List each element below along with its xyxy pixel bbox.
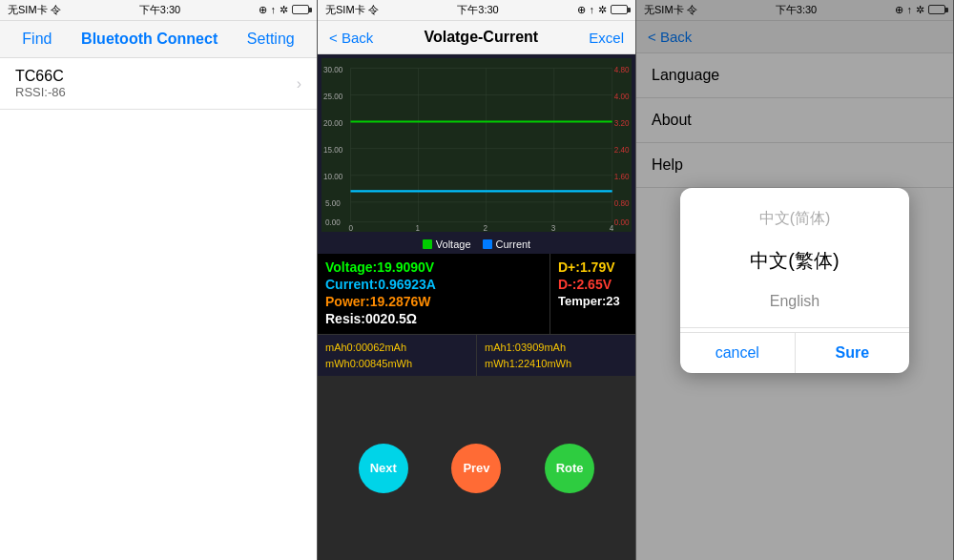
mah1-label: mAh1:03909mAh (485, 340, 628, 356)
svg-text:20.00: 20.00 (323, 119, 343, 128)
battery-icon-2 (611, 5, 628, 16)
status-left-2: 无SIM卡 令 (325, 3, 379, 17)
metric-current: Current:0.96923A (325, 277, 542, 292)
dialog-options: 中文(简体) 中文(繁体) English (680, 188, 909, 323)
device-rssi: RSSI:-86 (15, 85, 66, 99)
status-bar-1: 无SIM卡 令 下午3:30 ⊕ ↑ ✲ (0, 0, 317, 21)
svg-text:4.80: 4.80 (614, 65, 630, 73)
status-right-2: ⊕ ↑ ✲ (577, 4, 628, 16)
voltage-current-chart: 30.00 25.00 20.00 15.00 10.00 5.00 0.00 … (321, 58, 632, 232)
dialog-option-simplified[interactable]: 中文(简体) (680, 199, 909, 239)
metric-dplus: D+:1.79V (558, 259, 628, 275)
svg-text:4.00: 4.00 (614, 93, 630, 101)
panel2-title: Volatge-Current (424, 29, 538, 46)
nav-bluetooth-connect[interactable]: Bluetooth Connect (81, 31, 218, 48)
dialog-option-traditional[interactable]: 中文(繁体) (680, 239, 909, 283)
svg-text:15.00: 15.00 (323, 146, 343, 155)
metrics-right: D+:1.79V D-:2.65V Temper:23 (550, 254, 635, 334)
svg-text:3: 3 (551, 224, 556, 232)
panel-voltage-current: 无SIM卡 令 下午3:30 ⊕ ↑ ✲ < Back Volatge-Curr… (318, 0, 636, 560)
panel1-nav: Find Bluetooth Connect Setting (0, 21, 317, 58)
mwh1-label: mWh1:22410mWh (485, 356, 628, 372)
svg-text:30.00: 30.00 (323, 65, 343, 73)
bluetooth-icon-1: ✲ (280, 4, 288, 16)
battery-icon-1 (292, 5, 309, 16)
svg-rect-0 (321, 58, 632, 232)
nav-setting[interactable]: Setting (247, 31, 295, 48)
dialog-option-english[interactable]: English (680, 283, 909, 320)
language-dialog: 中文(简体) 中文(繁体) English cancel Sure (680, 188, 909, 373)
legend-voltage: Voltage (423, 239, 471, 250)
next-button[interactable]: Next (359, 444, 408, 493)
metric-dminus: D-:2.65V (558, 277, 628, 292)
chart-area: 30.00 25.00 20.00 15.00 10.00 5.00 0.00 … (318, 54, 635, 236)
svg-text:10.00: 10.00 (323, 173, 343, 181)
device-info: TC66C RSSI:-86 (15, 68, 66, 99)
dialog-cancel-button[interactable]: cancel (680, 333, 795, 373)
svg-text:2.40: 2.40 (614, 146, 630, 155)
panel2-nav: < Back Volatge-Current Excel (318, 21, 635, 54)
mah-cell-0: mAh0:00062mAh mWh0:00845mWh (318, 335, 477, 376)
svg-text:4: 4 (610, 224, 614, 232)
status-center-1: 下午3:30 (139, 3, 180, 17)
mah-cell-1: mAh1:03909mAh mWh1:22410mWh (477, 335, 635, 376)
metric-power: Power:19.2876W (325, 294, 542, 309)
device-row[interactable]: TC66C RSSI:-86 › (0, 58, 317, 110)
svg-text:0: 0 (348, 224, 353, 232)
status-right-1: ⊕ ↑ ✲ (259, 4, 309, 16)
dialog-buttons: cancel Sure (680, 332, 909, 373)
status-bar-2: 无SIM卡 令 下午3:30 ⊕ ↑ ✲ (318, 0, 635, 21)
back-button-2[interactable]: < Back (329, 30, 373, 46)
panel-settings: 无SIM卡 令 下午3:30 ⊕ ↑ ✲ < Back Language Abo… (636, 0, 954, 560)
dialog-sure-button[interactable]: Sure (795, 333, 910, 373)
svg-text:5.00: 5.00 (325, 199, 341, 208)
svg-text:0.00: 0.00 (614, 218, 630, 227)
metrics-left: Voltage:19.9090V Current:0.96923A Power:… (318, 254, 550, 334)
chart-legend: Voltage Current (318, 236, 635, 254)
svg-text:25.00: 25.00 (323, 93, 343, 101)
svg-text:2: 2 (484, 224, 488, 232)
nav-find[interactable]: Find (22, 31, 52, 48)
dialog-divider (680, 327, 909, 328)
panel-find: 无SIM卡 令 下午3:30 ⊕ ↑ ✲ Find Bluetooth Conn… (0, 0, 318, 560)
metrics-grid: Voltage:19.9090V Current:0.96923A Power:… (318, 254, 635, 334)
device-name: TC66C (15, 68, 66, 85)
device-list: TC66C RSSI:-86 › (0, 58, 317, 560)
svg-text:0.00: 0.00 (325, 218, 341, 227)
svg-text:3.20: 3.20 (614, 119, 630, 128)
current-legend-dot (483, 239, 492, 249)
svg-text:1: 1 (416, 224, 421, 232)
excel-button[interactable]: Excel (589, 30, 624, 46)
metric-voltage: Voltage:19.9090V (325, 259, 542, 275)
bluetooth-icon-2: ✲ (598, 4, 607, 16)
mah-grid: mAh0:00062mAh mWh0:00845mWh mAh1:03909mA… (318, 334, 635, 376)
rote-button[interactable]: Rote (545, 444, 594, 493)
metric-resis: Resis:0020.5Ω (325, 311, 542, 326)
legend-current: Current (483, 239, 531, 250)
voltage-legend-dot (423, 239, 432, 249)
dialog-overlay: 中文(简体) 中文(繁体) English cancel Sure (636, 0, 953, 560)
svg-text:0.80: 0.80 (614, 199, 630, 208)
svg-text:1.60: 1.60 (614, 173, 630, 181)
action-buttons: Next Prev Rote (318, 376, 635, 560)
prev-button[interactable]: Prev (451, 444, 501, 493)
metric-temper: Temper:23 (558, 294, 628, 308)
mwh0-label: mWh0:00845mWh (325, 356, 468, 372)
chevron-icon: › (297, 75, 301, 93)
status-center-2: 下午3:30 (457, 3, 498, 17)
mah0-label: mAh0:00062mAh (325, 340, 468, 356)
status-left-1: 无SIM卡 令 (8, 3, 61, 17)
